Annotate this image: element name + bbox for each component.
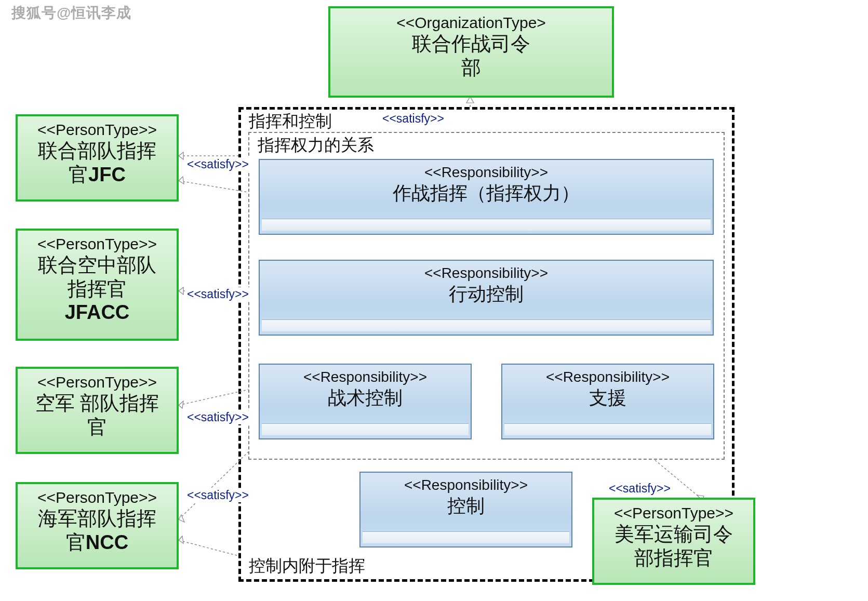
org-title-l2: 部 [335,56,608,80]
watermark: 搜狐号@恒讯李成 [11,3,131,23]
satisfy-af: <<satisfy>> [186,410,250,424]
resp4-title: 支援 [502,386,713,409]
af-l2: 官 [22,416,172,439]
resp-separator [504,423,711,435]
resp5-title: 控制 [360,494,571,517]
inner-box-title: 指挥权力的关系 [256,134,376,157]
transport-l2: 部指挥官 [598,546,749,570]
satisfy-jfc: <<satisfy>> [186,157,250,171]
resp-stereotype: <<Responsibility>> [260,163,713,181]
satisfy-jfacc: <<satisfy>> [186,287,250,301]
resp-stereotype: <<Responsibility>> [360,476,571,494]
satisfy-top: <<satisfy>> [381,112,445,126]
org-stereotype: <<OrganizationType> [335,14,608,32]
person-stereotype: <<PersonType>> [598,504,749,523]
person-stereotype: <<PersonType>> [22,121,172,139]
svg-line-12 [179,540,238,556]
resp-box-2: <<Responsibility>> 行动控制 [259,260,714,336]
resp-box-5: <<Responsibility>> 控制 [359,472,572,547]
resp3-title: 战术控制 [260,386,471,409]
resp-stereotype: <<Responsibility>> [260,368,471,386]
org-box-joint-ops: <<OrganizationType> 联合作战司令 部 [328,6,614,98]
person-box-ncc: <<PersonType>> 海军部队指挥 官NCC [16,482,179,569]
svg-line-4 [179,181,248,192]
person-stereotype: <<PersonType>> [22,373,172,392]
resp-separator [363,531,569,543]
resp-box-4: <<Responsibility>> 支援 [501,364,714,439]
person-box-jfc: <<PersonType>> 联合部队指挥 官JFC [16,114,179,202]
resp-stereotype: <<Responsibility>> [260,264,713,282]
person-box-transport: <<PersonType>> 美军运输司令 部指挥官 [592,498,755,585]
resp-separator [262,423,469,435]
svg-marker-13 [179,536,183,543]
resp-stereotype: <<Responsibility>> [502,368,713,386]
resp-box-1: <<Responsibility>> 作战指挥（指挥权力） [259,159,714,235]
transport-l1: 美军运输司令 [598,523,749,546]
outer-box-title: 指挥和控制 [247,110,334,133]
svg-marker-5 [179,177,184,184]
jfc-l1: 联合部队指挥 [22,139,172,163]
svg-marker-9 [179,401,183,408]
outer-box-footer: 控制内附于指挥 [247,555,367,578]
svg-marker-7 [179,287,183,295]
org-title-l1: 联合作战司令 [335,32,608,56]
svg-marker-11 [179,515,184,522]
jfacc-l1: 联合空中部队 [22,253,172,277]
resp-box-3: <<Responsibility>> 战术控制 [259,364,472,439]
person-box-af: <<PersonType>> 空军 部队指挥 官 [16,367,179,454]
satisfy-ncc: <<satisfy>> [186,488,250,502]
satisfy-right: <<satisfy>> [608,482,672,496]
af-l1: 空军 部队指挥 [22,392,172,416]
svg-marker-3 [179,152,183,159]
ncc-l1: 海军部队指挥 [22,507,172,531]
resp2-title: 行动控制 [260,282,713,305]
resp-separator [262,219,711,231]
jfacc-l2: 指挥官 [22,277,172,301]
svg-line-10 [179,452,248,519]
jfacc-l3: JFACC [22,301,172,325]
svg-line-8 [179,390,248,405]
person-stereotype: <<PersonType>> [22,235,172,253]
person-box-jfacc: <<PersonType>> 联合空中部队 指挥官 JFACC [16,229,179,341]
resp1-title: 作战指挥（指挥权力） [260,181,713,205]
ncc-l2: 官NCC [22,531,172,555]
resp-separator [262,319,711,331]
jfc-l2: 官JFC [22,163,172,187]
person-stereotype: <<PersonType>> [22,488,172,507]
